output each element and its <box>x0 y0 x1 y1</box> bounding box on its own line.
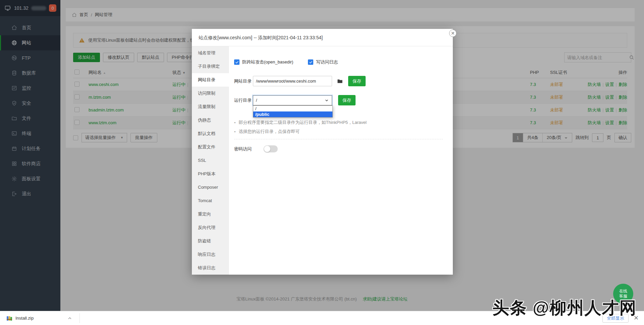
site-edit-modal: ✕ 站点修改[www.ceshi.com] -- 添加时间[2021-04-11… <box>192 29 453 275</box>
modal-tab-Composer[interactable]: Composer <box>192 181 228 194</box>
modal-tab-反向代理[interactable]: 反向代理 <box>192 221 228 234</box>
modal-tab-响应日志[interactable]: 响应日志 <box>192 248 228 261</box>
password-access-toggle[interactable] <box>264 145 278 152</box>
modal-tab-SSL[interactable]: SSL <box>192 154 228 167</box>
modal-tab-流量限制[interactable]: 流量限制 <box>192 100 228 113</box>
note-item: 选择您的运行目录，点保存即可 <box>234 129 443 135</box>
modal-tab-网站目录[interactable]: 网站目录 <box>192 73 229 87</box>
site-dir-save-button[interactable]: 保存 <box>348 76 366 86</box>
checkbox-label: 写访问日志 <box>316 59 338 65</box>
run-dir-value: / <box>256 98 257 103</box>
chevron-up-icon[interactable] <box>67 316 72 322</box>
modal-tab-域名管理[interactable]: 域名管理 <box>192 46 228 60</box>
close-icon[interactable]: ✕ <box>449 30 457 37</box>
modal-tab-Tomcat[interactable]: Tomcat <box>192 194 228 207</box>
site-dir-input[interactable] <box>253 76 332 86</box>
password-access-label: 密码访问 <box>234 146 252 152</box>
divider <box>234 139 443 139</box>
note-item: 部分程序需要指定二级目录作为运行目录，如ThinkPHP5，Laravel <box>234 120 443 126</box>
chevron-down-icon <box>324 98 329 103</box>
divider <box>79 313 80 323</box>
checkbox-checked-icon <box>308 59 313 65</box>
option-checkbox[interactable]: 防跨站攻击(open_basedir) <box>234 59 293 65</box>
modal-tab-子目录绑定[interactable]: 子目录绑定 <box>192 60 228 73</box>
password-access-row: 密码访问 <box>234 145 443 152</box>
site-dir-row: 网站目录 保存 <box>234 76 443 86</box>
checkbox-checked-icon <box>234 59 239 65</box>
checkbox-label: 防跨站攻击(open_basedir) <box>242 59 293 65</box>
modal-tab-重定向[interactable]: 重定向 <box>192 207 228 221</box>
modal-tab-伪静态[interactable]: 伪静态 <box>192 113 228 127</box>
video-watermark: 头条 @柳州人才网 <box>492 297 637 319</box>
zip-file-icon <box>6 315 13 323</box>
option-checkboxes: 防跨站攻击(open_basedir)写访问日志 <box>234 59 443 65</box>
run-dir-option[interactable]: /public <box>253 111 332 117</box>
modal-tab-rail: 域名管理子目录绑定网站目录访问限制流量限制伪静态默认文档配置文件SSLPHP版本… <box>192 46 229 275</box>
modal-tab-配置文件[interactable]: 配置文件 <box>192 140 228 154</box>
modal-title: 站点修改[www.ceshi.com] -- 添加时间[2021-04-11 2… <box>192 29 453 46</box>
modal-tab-错误日志[interactable]: 错误日志 <box>192 261 228 275</box>
run-dir-label: 运行目录 <box>234 97 253 103</box>
option-checkbox[interactable]: 写访问日志 <box>308 59 338 65</box>
run-dir-save-button[interactable]: 保存 <box>338 95 356 105</box>
run-dir-option[interactable]: / <box>253 106 332 111</box>
run-dir-row: 运行目录 / 保存 //public <box>234 95 443 105</box>
download-filename[interactable]: Install.zip <box>15 316 34 321</box>
modal-tab-PHP版本[interactable]: PHP版本 <box>192 167 228 181</box>
notes-list: 部分程序需要指定二级目录作为运行目录，如ThinkPHP5，Laravel选择您… <box>234 120 443 135</box>
modal-tab-默认文档[interactable]: 默认文档 <box>192 127 228 140</box>
modal-content: 防跨站攻击(open_basedir)写访问日志 网站目录 保存 运行目录 / … <box>229 46 453 275</box>
run-dir-dropdown: //public <box>253 105 333 118</box>
folder-picker-icon[interactable] <box>336 78 343 84</box>
modal-tab-防盗链[interactable]: 防盗链 <box>192 234 228 248</box>
site-dir-label: 网站目录 <box>234 78 253 84</box>
run-dir-select[interactable]: / <box>253 95 332 105</box>
modal-tab-访问限制[interactable]: 访问限制 <box>192 87 228 100</box>
